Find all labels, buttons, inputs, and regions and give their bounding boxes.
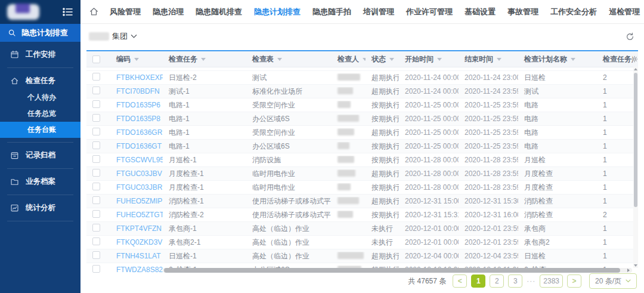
row-seq-cell: 1 [597,169,633,178]
row-code-link[interactable]: FTDO1635P6 [116,101,160,109]
row-code-link[interactable]: FTDO1636GT [116,142,162,150]
top-nav-item[interactable]: 基础设置 [465,7,496,17]
top-nav-item[interactable]: 工作安全分析 [550,7,597,17]
row-checkbox[interactable] [92,251,100,259]
row-select-cell [86,238,110,247]
vertical-scrollbar[interactable] [633,67,638,268]
horizontal-scrollbar[interactable] [163,268,632,273]
row-checkbox[interactable] [92,238,100,245]
top-nav-item[interactable]: 隐患随机排查 [196,7,242,17]
row-status-cell-text: 按期执行 [371,183,399,192]
page-button[interactable]: 2383 [540,275,563,288]
scroll-right-arrow-icon[interactable] [627,269,630,272]
row-status-cell-text: 超期执行 [371,169,399,178]
row-plan-cell-text: 日巡检 [524,252,546,260]
row-seq-cell: 2 [597,73,633,82]
column-sort-caret-icon[interactable] [389,58,394,61]
top-nav-item[interactable]: 隐患随手拍 [312,7,351,17]
prev-page-button[interactable]: < [453,275,467,288]
row-checkbox[interactable] [92,141,100,149]
row-code-link[interactable]: FTKQ0ZKD3V [116,238,162,246]
row-code-link[interactable]: FUHEO5ZMIP [116,197,162,205]
row-status-cell-text: 超期执行 [371,128,399,137]
select-all-checkbox[interactable] [92,55,100,63]
row-end-cell: 2020-12-31 15:30:00 [459,197,518,205]
row-task-cell: 月度检查-1 [163,169,246,179]
scroll-down-arrow-icon[interactable] [634,264,637,267]
home-icon[interactable] [89,7,99,17]
page-button[interactable]: 2 [490,275,504,288]
scroll-up-arrow-icon[interactable] [634,68,637,70]
sidebar-subitem[interactable]: 任务台账 [0,122,80,138]
row-select-cell [86,73,110,82]
page-size-select[interactable]: 20 条/页 [589,273,637,289]
row-task-cell: 月巡检-1 [163,155,246,165]
row-seq-cell-text: 1 [603,87,607,95]
page-button[interactable]: 3 [508,275,522,288]
sidebar-item[interactable]: 检查任务 [0,72,80,90]
top-nav-item[interactable]: 事故管理 [507,7,538,17]
row-checkbox[interactable] [92,155,100,163]
row-checkbox[interactable] [92,210,100,218]
row-code-link[interactable]: FTGUC03JBR [116,183,162,192]
top-nav-item[interactable]: 风险管理 [110,7,141,17]
refresh-icon[interactable] [626,32,634,41]
row-checkbox[interactable] [92,73,100,81]
row-checkbox[interactable] [92,169,100,177]
table-header-cell: 检查表 [246,54,332,64]
row-checkbox[interactable] [92,114,100,122]
column-sort-caret-icon[interactable] [497,58,501,61]
row-code-link[interactable]: FTKPT4VFZN [116,224,162,233]
search-icon [8,29,16,37]
top-nav-item[interactable]: 隐患治理 [153,7,184,17]
row-seq-cell: 1 [597,156,633,164]
row-end-cell: 2020-11-24 23:59:59 [459,87,518,95]
row-checkbox[interactable] [92,128,100,135]
next-page-button[interactable]: > [567,275,581,288]
menu-list-icon[interactable] [63,7,73,17]
row-checkbox[interactable] [92,100,100,108]
sidebar-item[interactable]: 业务档案 [0,172,80,190]
row-code-link[interactable]: FTWDZA8S82 [116,266,163,273]
row-checkbox[interactable] [92,196,100,204]
row-code-link[interactable]: FUHEO5ZTGT [116,211,163,219]
top-nav-item[interactable]: 培训管理 [363,7,394,17]
row-code-link[interactable]: FTDO1635P8 [116,115,160,123]
row-seq-cell: 2 [597,211,633,219]
row-checkbox[interactable] [92,224,100,232]
page-button[interactable]: 1 [471,275,485,288]
row-end-cell: 2020-11-25 23:59:59 [459,115,518,123]
sidebar-subitem[interactable]: 任务总览 [0,106,80,122]
sidebar-item[interactable]: 工作安排 [0,45,80,63]
row-status-cell: 超期执行 [366,128,399,138]
row-checkbox[interactable] [92,265,100,273]
sidebar-item[interactable]: 统计分析 [0,199,80,217]
sidebar-subitem[interactable]: 个人待办 [0,90,80,106]
row-checkbox[interactable] [92,183,100,190]
top-nav-item[interactable]: 巡检管理 [609,7,640,17]
row-code-link[interactable]: FTCI70BDFN [116,87,160,95]
row-select-cell [86,100,110,110]
row-code-link[interactable]: FTDO1636GR [116,128,162,137]
column-sort-caret-icon[interactable] [201,58,206,61]
row-code-link[interactable]: FTGSCWVL95 [116,156,163,164]
top-nav-item[interactable]: 作业许可管理 [406,7,453,17]
column-settings-icon[interactable] [631,55,638,63]
row-code-link[interactable]: FTNH4S1LAT [116,252,160,260]
sidebar-module-header[interactable]: 隐患计划排查 [0,24,80,42]
row-checkbox[interactable] [92,87,100,94]
horizontal-scroll-thumb[interactable] [164,268,620,273]
org-select[interactable]: 集团 [89,31,137,42]
vertical-scroll-thumb[interactable] [634,73,637,207]
row-plan-cell-text: 月度检查 [524,183,553,192]
column-sort-caret-icon[interactable] [571,58,575,61]
row-start-cell-text: 2020-11-24 00:00:00 [405,73,459,82]
row-code-link[interactable]: FTBKHOXEXP [116,73,163,82]
column-sort-caret-icon[interactable] [134,58,139,61]
column-sort-caret-icon[interactable] [277,58,282,61]
top-nav-item[interactable]: 隐患计划排查 [254,7,301,17]
row-code-link[interactable]: FTGUC03JBV [116,169,162,178]
column-sort-caret-icon[interactable] [437,58,442,61]
row-task-cell: 电路-1 [163,141,246,152]
sidebar-item[interactable]: 记录归档 [0,146,80,164]
